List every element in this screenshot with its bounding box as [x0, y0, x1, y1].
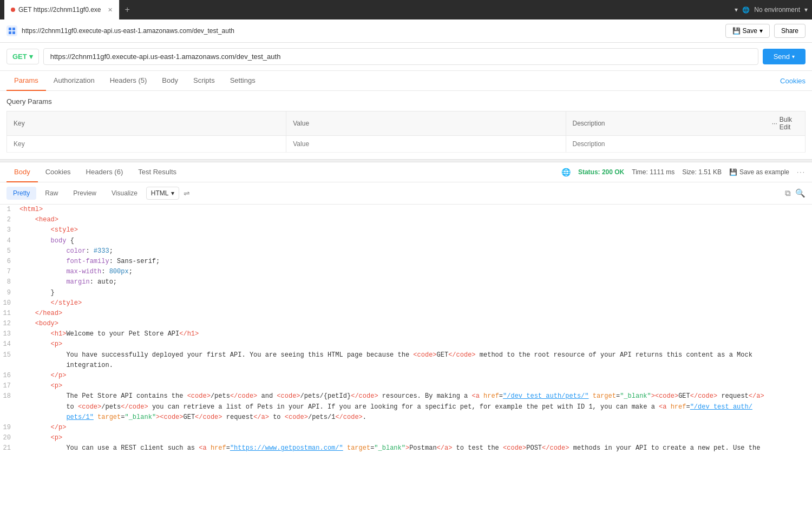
search-icon[interactable]: 🔍: [795, 188, 806, 198]
line-content: The Pet Store API contains the <code>/pe…: [19, 391, 812, 402]
line-number: 11: [0, 308, 19, 319]
no-environment-label[interactable]: No environment: [754, 6, 800, 14]
query-params-section: Query Params Key Value Description ··· B…: [0, 91, 812, 159]
response-status-bar: 🌐 Status: 200 OK Time: 1111 ms Size: 1.5…: [561, 168, 806, 176]
line-content: <head>: [19, 215, 812, 225]
bulk-edit-button[interactable]: ··· Bulk Edit: [772, 116, 798, 131]
save-as-example-button[interactable]: 💾 Save as example: [729, 168, 789, 176]
env-chevron-icon[interactable]: ▾: [804, 6, 808, 14]
fmt-tab-pretty[interactable]: Pretty: [6, 187, 36, 200]
resp-tab-body[interactable]: Body: [6, 162, 38, 182]
col-header-bulk: ··· Bulk Edit: [765, 111, 806, 136]
col-header-description: Description: [566, 111, 765, 136]
col-header-key: Key: [7, 111, 286, 136]
tab-bar-right: ▾ 🌐 No environment ▾: [735, 6, 808, 14]
line-number: 12: [0, 319, 19, 329]
resp-tab-cookies[interactable]: Cookies: [38, 162, 78, 182]
code-line: 11 </head>: [0, 308, 812, 319]
tab-headers[interactable]: Headers (5): [102, 71, 155, 91]
tab-close-icon[interactable]: ✕: [108, 6, 113, 14]
url-icon: [6, 25, 17, 36]
code-line: 9 }: [0, 288, 812, 298]
line-number: 2: [0, 215, 19, 225]
code-line: to <code>/pets</code> you can retrieve a…: [0, 402, 812, 412]
fmt-tab-preview[interactable]: Preview: [67, 187, 103, 200]
param-extra-cell: [765, 136, 806, 153]
line-number: [0, 402, 19, 412]
tab-scripts[interactable]: Scripts: [186, 71, 222, 91]
tab-bar: GET https://2chnm11gf0.exe ✕ + ▾ 🌐 No en…: [0, 0, 812, 19]
tab-body[interactable]: Body: [154, 71, 186, 91]
line-content: You can use a REST client such as <a hre…: [19, 443, 812, 454]
url-input[interactable]: [43, 48, 758, 65]
line-content: </p>: [19, 423, 812, 433]
chevron-down-icon[interactable]: ▾: [735, 6, 738, 14]
param-value-input[interactable]: [293, 140, 559, 148]
bulk-edit-label: Bulk Edit: [780, 116, 798, 131]
line-content: integration.: [19, 360, 812, 371]
code-line: 20 <p>: [0, 433, 812, 443]
svg-rect-2: [9, 31, 11, 34]
bulk-dots-icon: ···: [772, 120, 777, 127]
save-button[interactable]: 💾 Save ▾: [725, 24, 770, 38]
line-number: 20: [0, 433, 19, 443]
line-content: }: [19, 288, 812, 298]
line-number: 21: [0, 443, 19, 454]
code-line: 18 The Pet Store API contains the <code>…: [0, 391, 812, 402]
cookies-link[interactable]: Cookies: [780, 77, 806, 85]
language-label: HTML: [151, 189, 169, 197]
code-line: 1 <html>: [0, 205, 812, 215]
response-tabs-bar: Body Cookies Headers (6) Test Results 🌐 …: [0, 162, 812, 182]
param-desc-input[interactable]: [573, 140, 759, 148]
svg-rect-1: [12, 28, 15, 30]
more-options-button[interactable]: ···: [797, 168, 806, 176]
line-content: body {: [19, 236, 812, 246]
code-line: 21 You can use a REST client such as <a …: [0, 443, 812, 454]
line-number: 15: [0, 350, 19, 360]
line-content: <style>: [19, 225, 812, 235]
tab-settings[interactable]: Settings: [222, 71, 263, 91]
code-line: 15 You have successfully deployed your f…: [0, 350, 812, 360]
wrap-icon[interactable]: ⇌: [184, 189, 190, 198]
code-line: 12 <body>: [0, 319, 812, 329]
line-content: <body>: [19, 319, 812, 329]
line-number: 17: [0, 381, 19, 391]
share-button[interactable]: Share: [774, 24, 806, 38]
line-number: 16: [0, 371, 19, 381]
code-line: 8 margin: auto;: [0, 277, 812, 287]
tab-dot: [11, 8, 15, 12]
save-chevron-icon[interactable]: ▾: [759, 27, 763, 35]
browser-tab-title: GET https://2chnm11gf0.exe: [18, 6, 101, 14]
line-number: 9: [0, 288, 19, 298]
line-content: You have successfully deployed your firs…: [19, 350, 812, 360]
send-button[interactable]: Send ▾: [763, 49, 806, 64]
line-number: 19: [0, 423, 19, 433]
code-line: 6 font-family: Sans-serif;: [0, 257, 812, 267]
method-select[interactable]: GET ▾: [6, 49, 39, 64]
copy-icon[interactable]: ⧉: [785, 188, 791, 198]
line-number: 4: [0, 236, 19, 246]
fmt-tab-visualize[interactable]: Visualize: [105, 187, 144, 200]
line-content: <p>: [19, 381, 812, 391]
line-number: 8: [0, 277, 19, 287]
params-table: Key Value Description ··· Bulk Edit: [6, 111, 806, 153]
browser-tab-active[interactable]: GET https://2chnm11gf0.exe ✕: [4, 0, 120, 19]
resp-tab-test-results[interactable]: Test Results: [130, 162, 184, 182]
param-key-input[interactable]: [14, 140, 279, 148]
url-bar: https://2chnm11gf0.execute-api.us-east-1…: [0, 19, 812, 43]
send-label: Send: [774, 52, 790, 61]
code-line: 10 </style>: [0, 298, 812, 308]
new-tab-button[interactable]: +: [120, 5, 135, 15]
param-key-cell: [7, 136, 286, 153]
code-line: 16 </p>: [0, 371, 812, 381]
fmt-tab-raw[interactable]: Raw: [38, 187, 64, 200]
language-select[interactable]: HTML ▾: [146, 187, 179, 200]
status-badge: Status: 200 OK: [578, 168, 624, 176]
method-label: GET: [12, 52, 27, 61]
request-tabs: Params Authorization Headers (5) Body Sc…: [0, 71, 812, 91]
code-line: 2 <head>: [0, 215, 812, 225]
tab-params[interactable]: Params: [6, 71, 46, 91]
resp-tab-headers[interactable]: Headers (6): [78, 162, 131, 182]
tab-authorization[interactable]: Authorization: [46, 71, 102, 91]
line-number: 7: [0, 267, 19, 277]
